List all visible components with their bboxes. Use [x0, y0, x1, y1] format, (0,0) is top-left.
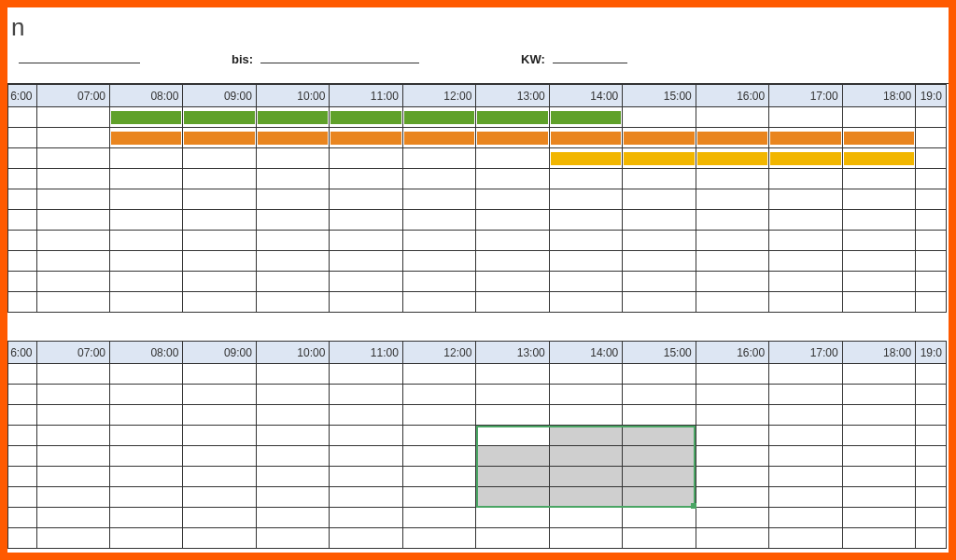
cell[interactable]	[8, 169, 37, 189]
cell[interactable]	[842, 508, 915, 528]
cell[interactable]	[476, 487, 549, 508]
cell[interactable]	[916, 128, 947, 148]
cell[interactable]	[402, 364, 475, 385]
time-col-12[interactable]: 12:00	[402, 85, 475, 107]
cell[interactable]	[36, 107, 109, 128]
schedule-bar[interactable]	[111, 132, 181, 145]
time-col-16[interactable]: 16:00	[696, 342, 768, 364]
schedule-bar[interactable]	[624, 152, 694, 165]
cell[interactable]	[696, 487, 768, 508]
cell[interactable]	[549, 487, 622, 508]
cell[interactable]	[109, 385, 182, 405]
schedule-bar[interactable]	[844, 152, 914, 165]
cell[interactable]	[769, 528, 842, 549]
cell[interactable]	[549, 385, 622, 405]
grid2-table[interactable]: 6:00 07:00 08:00 09:00 10:00 11:00 12:00…	[7, 341, 947, 549]
cell[interactable]	[549, 528, 622, 549]
cell[interactable]	[402, 467, 475, 487]
cell[interactable]	[549, 251, 622, 272]
cell[interactable]	[476, 169, 549, 189]
cell[interactable]	[476, 446, 549, 467]
cell[interactable]	[842, 467, 915, 487]
cell[interactable]	[769, 405, 842, 426]
cell[interactable]	[183, 385, 256, 405]
cell[interactable]	[842, 385, 915, 405]
cell[interactable]	[623, 467, 696, 487]
time-col-18[interactable]: 18:00	[842, 85, 915, 107]
cell[interactable]	[330, 487, 402, 508]
cell[interactable]	[769, 128, 842, 148]
cell[interactable]	[549, 210, 622, 231]
cell[interactable]	[916, 148, 947, 169]
cell[interactable]	[36, 405, 109, 426]
cell[interactable]	[183, 148, 256, 169]
cell[interactable]	[769, 508, 842, 528]
cell[interactable]	[402, 385, 475, 405]
time-col-09[interactable]: 09:00	[183, 85, 256, 107]
cell[interactable]	[330, 128, 402, 148]
schedule-bar[interactable]	[770, 132, 840, 145]
cell[interactable]	[109, 467, 182, 487]
cell[interactable]	[916, 189, 947, 210]
cell[interactable]	[402, 426, 475, 446]
cell[interactable]	[696, 292, 768, 313]
cell[interactable]	[183, 272, 256, 292]
cell[interactable]	[256, 385, 329, 405]
cell[interactable]	[256, 467, 329, 487]
cell[interactable]	[549, 292, 622, 313]
cell[interactable]	[549, 231, 622, 251]
schedule-bar[interactable]	[697, 152, 767, 165]
cell[interactable]	[623, 231, 696, 251]
cell[interactable]	[256, 426, 329, 446]
cell[interactable]	[256, 128, 329, 148]
cell[interactable]	[330, 231, 402, 251]
cell[interactable]	[916, 107, 947, 128]
cell[interactable]	[402, 107, 475, 128]
cell[interactable]	[769, 364, 842, 385]
cell[interactable]	[36, 508, 109, 528]
cell[interactable]	[330, 189, 402, 210]
time-col-partial-start[interactable]: 6:00	[8, 85, 37, 107]
cell[interactable]	[36, 467, 109, 487]
cell[interactable]	[696, 231, 768, 251]
time-col-partial-end[interactable]: 19:0	[916, 342, 947, 364]
cell[interactable]	[549, 189, 622, 210]
cell[interactable]	[696, 385, 768, 405]
cell[interactable]	[330, 107, 402, 128]
cell[interactable]	[183, 251, 256, 272]
time-col-17[interactable]: 17:00	[769, 85, 842, 107]
cell[interactable]	[36, 169, 109, 189]
schedule-bar[interactable]	[624, 132, 694, 145]
cell[interactable]	[109, 292, 182, 313]
cell[interactable]	[8, 385, 37, 405]
cell[interactable]	[330, 446, 402, 467]
cell[interactable]	[696, 364, 768, 385]
cell[interactable]	[623, 405, 696, 426]
cell[interactable]	[623, 385, 696, 405]
cell[interactable]	[402, 487, 475, 508]
cell[interactable]	[402, 446, 475, 467]
cell[interactable]	[623, 446, 696, 467]
cell[interactable]	[549, 169, 622, 189]
cell[interactable]	[183, 364, 256, 385]
time-col-07[interactable]: 07:00	[36, 85, 109, 107]
cell[interactable]	[769, 231, 842, 251]
cell[interactable]	[769, 251, 842, 272]
cell[interactable]	[769, 385, 842, 405]
cell[interactable]	[842, 426, 915, 446]
cell[interactable]	[109, 272, 182, 292]
cell[interactable]	[623, 169, 696, 189]
cell[interactable]	[36, 487, 109, 508]
time-col-12[interactable]: 12:00	[402, 342, 475, 364]
cell[interactable]	[402, 128, 475, 148]
cell[interactable]	[916, 292, 947, 313]
cell[interactable]	[696, 128, 768, 148]
time-col-15[interactable]: 15:00	[623, 85, 696, 107]
cell[interactable]	[916, 528, 947, 549]
cell[interactable]	[842, 487, 915, 508]
cell[interactable]	[183, 107, 256, 128]
cell[interactable]	[769, 210, 842, 231]
cell[interactable]	[476, 292, 549, 313]
cell[interactable]	[696, 467, 768, 487]
schedule-bar[interactable]	[258, 111, 328, 124]
